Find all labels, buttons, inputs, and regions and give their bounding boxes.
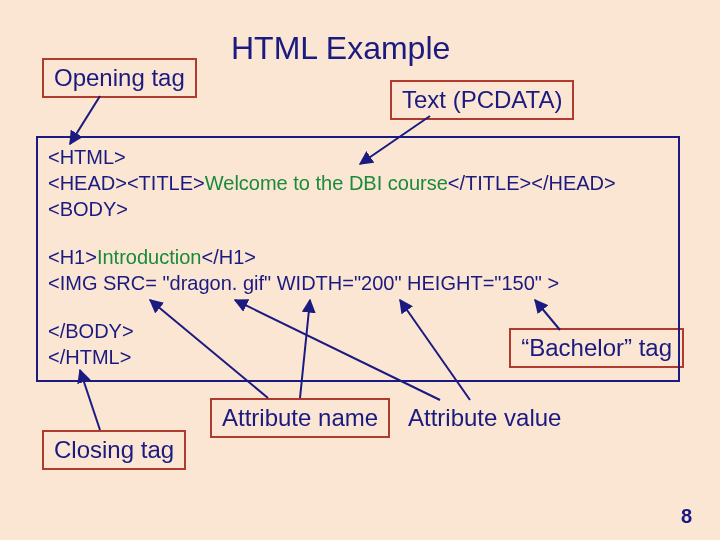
label-pcdata: Text (PCDATA) bbox=[390, 80, 574, 120]
code-pcdata: Welcome to the DBI course bbox=[205, 172, 448, 194]
label-attribute-value: Attribute value bbox=[398, 400, 571, 436]
code-text: <H1> bbox=[48, 246, 97, 268]
code-text: </BODY> </HTML> bbox=[48, 320, 134, 368]
code-text: <HTML> <HEAD><TITLE> bbox=[48, 146, 205, 194]
label-attribute-name: Attribute name bbox=[210, 398, 390, 438]
code-example: <HTML> <HEAD><TITLE>Welcome to the DBI c… bbox=[36, 136, 680, 382]
page-number: 8 bbox=[681, 505, 692, 528]
slide-title: HTML Example bbox=[231, 30, 450, 67]
code-pcdata: Introduction bbox=[97, 246, 202, 268]
label-opening-tag: Opening tag bbox=[42, 58, 197, 98]
label-closing-tag: Closing tag bbox=[42, 430, 186, 470]
